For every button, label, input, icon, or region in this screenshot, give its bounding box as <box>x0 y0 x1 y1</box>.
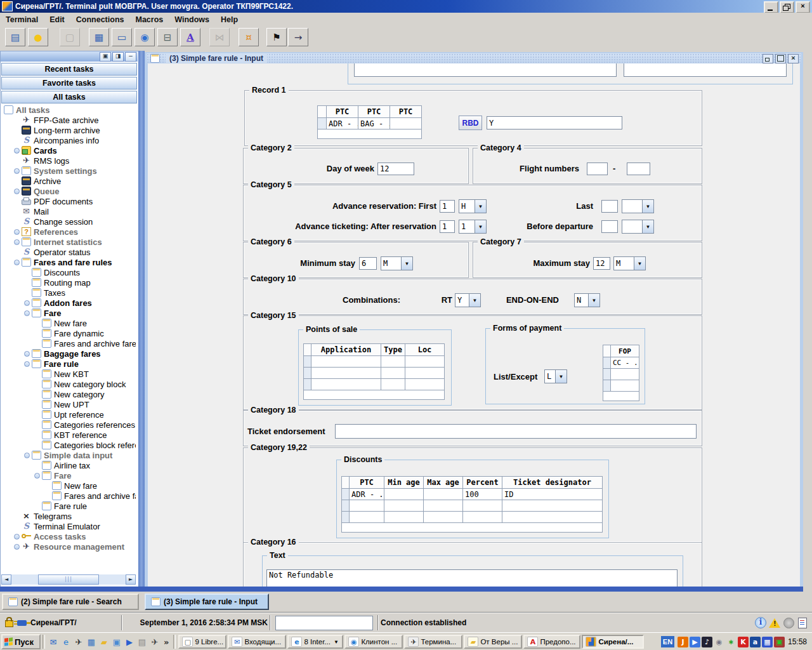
top-text-field-1[interactable] <box>354 63 617 77</box>
tree-item-10-mail[interactable]: ✉Mail <box>1 206 136 216</box>
collapse-handle-icon[interactable] <box>34 473 40 479</box>
tree-item-18-taxes[interactable]: Taxes <box>1 288 136 298</box>
ptc-cell[interactable]: BAG - ... <box>358 118 390 129</box>
menu-help[interactable]: Help <box>215 14 244 25</box>
tree-item-28-new-category[interactable]: New category <box>1 389 136 399</box>
recent-tasks-button[interactable]: Recent tasks <box>1 63 137 76</box>
quicklaunch-package-icon[interactable]: ▣ <box>111 636 122 647</box>
select-task-icon[interactable]: ▤ <box>5 28 25 46</box>
ptc-cell[interactable] <box>390 118 422 129</box>
tree-item-4-cards[interactable]: Cards <box>1 145 136 156</box>
print-icon[interactable]: ⊟ <box>157 28 178 46</box>
scroll-right-icon[interactable]: ► <box>126 574 136 585</box>
tree-item-15-fares-and-fare-rules[interactable]: Fares and fare rules <box>1 257 136 267</box>
quicklaunch-plane2-icon[interactable]: ✈ <box>149 636 160 647</box>
tree-item-6-system-settings[interactable]: System settings <box>1 166 136 176</box>
tab-simple-fare-rule-input[interactable]: (3) Simple fare rule - Input <box>145 594 269 610</box>
tree-item-33-categories-block-referen[interactable]: Categories block referen <box>1 440 136 450</box>
log-document-icon[interactable] <box>798 618 807 628</box>
maximum-stay-unit-combo[interactable]: M▼ <box>613 256 646 270</box>
tree-item-2-long-term-archive[interactable]: Long-term archive <box>1 125 136 135</box>
tree-item-38-fares-and-archive-fa[interactable]: Fares and archive fa <box>1 491 136 501</box>
menu-connections[interactable]: Connections <box>70 14 130 25</box>
advance-reservation-unit-combo[interactable]: H▼ <box>459 199 487 213</box>
advance-reservation-input[interactable] <box>440 200 455 213</box>
frame-maximize-icon[interactable] <box>775 54 786 63</box>
favorite-tasks-button[interactable]: Favorite tasks <box>1 77 137 90</box>
hint-bulb-icon[interactable]: ● <box>28 28 48 46</box>
expand-handle-icon[interactable] <box>24 300 30 306</box>
tray-acronis-icon[interactable]: a <box>750 637 761 647</box>
tree-item-39-fare-rule[interactable]: Fare rule <box>1 501 136 511</box>
tree-item-35-airline-tax[interactable]: Airline tax <box>1 460 136 470</box>
quicklaunch-ie-icon[interactable]: e <box>60 636 72 647</box>
taskbar-button-3[interactable]: e8 Inter...▼ <box>287 635 343 649</box>
rt-combo[interactable]: Y▼ <box>455 293 481 307</box>
taskbar-button-2[interactable]: ✉Входящи... <box>228 635 286 649</box>
tree-item-27-new-category-block[interactable]: New category block <box>1 379 136 389</box>
taskbar-button-5[interactable]: ✈Термина... <box>404 635 462 649</box>
tree-item-34-simple-data-input[interactable]: Simple data input <box>1 450 136 460</box>
tree-item-16-discounts[interactable]: Discounts <box>1 267 136 277</box>
expand-handle-icon[interactable] <box>24 351 30 357</box>
expand-handle-icon[interactable] <box>14 544 20 550</box>
restore-panel-icon[interactable]: ▣ <box>100 52 111 62</box>
quicklaunch-notepad-icon[interactable]: ▤ <box>136 636 148 647</box>
taskbar-button-7[interactable]: AПредопо... <box>523 635 580 649</box>
tray-volume-icon[interactable]: ◉ <box>714 637 724 647</box>
last-unit-combo[interactable]: ▼ <box>622 199 654 213</box>
tree-item-31-categories-references[interactable]: Categories references <box>1 420 136 430</box>
points-of-sale-table[interactable]: Application Type Loc <box>303 343 445 400</box>
fop-table[interactable]: FOP CC - ... <box>603 345 639 401</box>
language-indicator[interactable]: EN <box>661 636 674 647</box>
tree-item-41-terminal-emulator[interactable]: STerminal Emulator <box>1 521 136 531</box>
tree-item-40-telegrams[interactable]: ×Telegrams <box>1 511 136 521</box>
splitter[interactable] <box>138 51 145 587</box>
menu-windows[interactable]: Windows <box>169 14 215 25</box>
warning-icon[interactable] <box>769 618 781 628</box>
quicklaunch-plane-icon[interactable]: ✈ <box>73 636 84 647</box>
globe-icon[interactable]: ◉ <box>134 28 155 46</box>
advance-ticketing-unit-combo[interactable]: 1▼ <box>459 220 487 234</box>
quicklaunch-phone-icon[interactable]: ▦ <box>86 636 97 647</box>
tree-item-23-fares-and-archive-fares[interactable]: Fares and archive fares <box>1 338 136 348</box>
rbd-input[interactable] <box>487 116 622 129</box>
ticket-endorsement-input[interactable] <box>335 424 697 439</box>
maximum-stay-input[interactable] <box>593 257 610 270</box>
minimize-panel-icon[interactable]: − <box>125 52 136 62</box>
expand-handle-icon[interactable] <box>14 168 20 174</box>
list-except-combo[interactable]: L▼ <box>544 369 567 383</box>
tray-java-icon[interactable]: J <box>678 637 688 647</box>
internal-frame-titlebar[interactable]: (3) Simple fare rule - Input × <box>147 53 801 63</box>
before-departure-unit-combo[interactable]: ▼ <box>622 220 654 234</box>
discount-cell[interactable] <box>424 489 463 500</box>
chevron-down-icon[interactable]: ▼ <box>588 294 599 307</box>
expand-handle-icon[interactable] <box>14 239 20 245</box>
flight-number-to-input[interactable] <box>627 162 650 175</box>
chevron-down-icon[interactable]: ▼ <box>401 257 412 270</box>
rbd-button[interactable]: RBD <box>459 116 482 130</box>
tree-item-11-change-session[interactable]: SChange session <box>1 216 136 227</box>
tree-item-20-fare[interactable]: Fare <box>1 308 136 318</box>
menu-macros[interactable]: Macros <box>129 14 169 25</box>
tray-messenger-icon[interactable]: ∗ <box>726 637 737 647</box>
tree-item-42-access-tasks[interactable]: Access tasks <box>1 531 136 541</box>
info-icon[interactable]: i <box>755 617 766 628</box>
fop-cell[interactable]: CC - ... <box>611 357 639 369</box>
tree-item-17-routing-map[interactable]: Routing map <box>1 277 136 288</box>
discounts-table[interactable]: PTC Min age Max age Percent Ticket desig… <box>341 476 603 533</box>
tree-item-37-new-fare[interactable]: New fare <box>1 481 136 491</box>
chevron-down-icon[interactable]: ▼ <box>334 639 339 645</box>
chevron-down-icon[interactable]: ▼ <box>634 257 645 270</box>
expand-handle-icon[interactable] <box>14 148 20 154</box>
all-tasks-button[interactable]: All tasks <box>1 91 137 103</box>
top-text-field-2[interactable] <box>624 63 787 77</box>
tree-item-43-resource-management[interactable]: ✈Resource management <box>1 541 136 552</box>
tray-player-icon[interactable]: ▶ <box>690 637 700 647</box>
tray-kaspersky-icon[interactable]: K <box>738 637 749 647</box>
tab-simple-fare-rule-search[interactable]: (2) Simple fare rule - Search <box>2 594 139 610</box>
collapse-handle-icon[interactable] <box>24 310 30 316</box>
minimum-stay-unit-combo[interactable]: M▼ <box>381 256 413 270</box>
tree-item-21-new-fare[interactable]: New fare <box>1 318 136 328</box>
discount-cell[interactable] <box>384 489 424 500</box>
